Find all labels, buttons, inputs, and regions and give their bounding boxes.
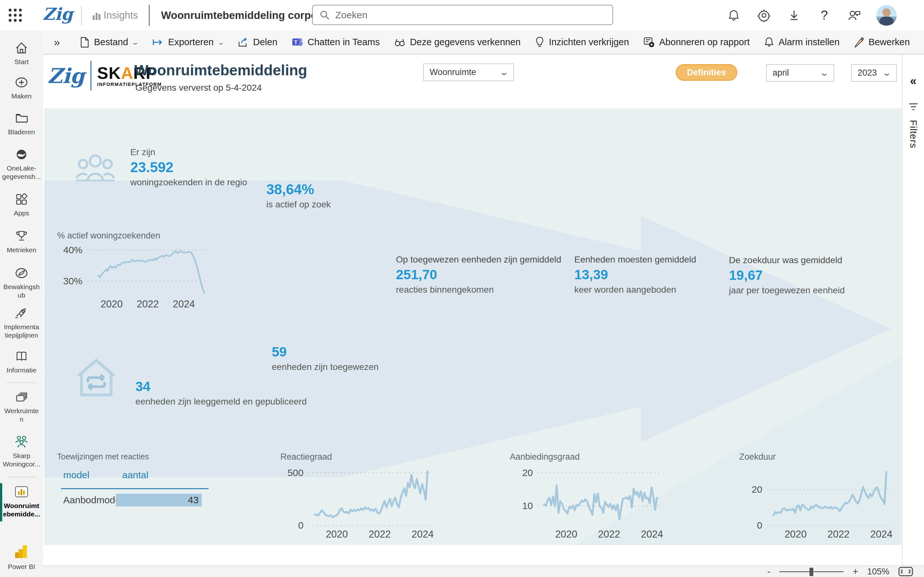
report-chart-icon <box>14 485 29 499</box>
panel-toewijzingen: Toewijzingen met reacties model aantal A… <box>57 452 211 506</box>
line-chart[interactable]: 200202020222024 <box>739 463 893 540</box>
sidebar-item-start[interactable]: Start <box>0 41 43 66</box>
svg-text:30%: 30% <box>63 276 82 286</box>
fit-to-page-icon[interactable] <box>898 567 913 576</box>
kpi-suffix: woningzoekenden in de regio <box>130 175 247 189</box>
sidebar-item-powerbi[interactable]: Power BI <box>0 543 43 571</box>
waffle-grid <box>9 9 22 22</box>
app-root: Zig Insights Woonruimtebemiddeling corpo… <box>0 0 924 577</box>
kpi-suffix: is actief op zoek <box>266 197 331 211</box>
feedback-icon[interactable] <box>846 7 863 24</box>
sidebar-item-maken[interactable]: Maken <box>0 75 43 100</box>
zoom-level: 105% <box>867 567 889 577</box>
tab-model[interactable]: model <box>63 470 89 480</box>
sidebar-label: Power BI <box>0 562 43 571</box>
zig-brand-logo[interactable]: Zig <box>31 4 81 26</box>
chevron-down-icon: ⌄ <box>132 39 139 46</box>
edit-button[interactable]: Bewerken <box>848 34 916 51</box>
sidebar-item-bewakingshub[interactable]: Bewakingsh ub <box>0 266 43 300</box>
file-menu-button[interactable]: Bestand ⌄ <box>74 34 144 51</box>
explore-data-button[interactable]: Deze gegevens verkennen <box>388 34 527 51</box>
user-avatar[interactable] <box>876 5 897 26</box>
sidebar-label: Implementa tiepijplijnen <box>0 323 43 340</box>
sidebar-item-skarp-woningcorporatie[interactable]: Skarp Woningcor... <box>0 435 43 468</box>
powerbi-logo <box>13 543 30 560</box>
chevron-down-icon: ⌄ <box>499 67 509 77</box>
expand-toolbar-icon[interactable]: » <box>49 36 65 48</box>
zig-logo: Zig <box>47 64 85 88</box>
apps-grid-icon <box>15 192 29 206</box>
chevron-down-icon: ⌄ <box>882 68 892 78</box>
zoom-slider-handle[interactable] <box>809 568 813 576</box>
bar-category-label: Aanbodmodel <box>63 495 116 506</box>
kpi-suffix: reacties binnengekomen <box>396 283 561 297</box>
sidebar-item-werkruimten[interactable]: Werkruimte n <box>0 390 43 424</box>
search-input[interactable] <box>335 10 606 21</box>
kpi-actief-percentage: 38,64% is actief op zoek <box>266 181 331 211</box>
sidebar-item-implementatiepijplijnen[interactable]: Implementa tiepijplijnen <box>0 306 43 340</box>
subscribe-icon <box>643 37 655 48</box>
line-chart[interactable]: 40%30%202020222024 <box>57 242 211 309</box>
kpi-suffix: eenheden zijn toegewezen <box>272 360 379 374</box>
kpi-value: 59 <box>272 344 379 360</box>
sidebar-label: Metrieken <box>0 246 43 254</box>
share-label: Delen <box>253 37 278 47</box>
kpi-value: 13,39 <box>574 267 696 283</box>
chart-actief-woningzoekenden: % actief woningzoekenden 40%30%202020222… <box>57 231 211 309</box>
sidebar-divider <box>6 382 37 383</box>
kpi-aangeboden: Eenheden moesten gemiddeld 13,39 keer wo… <box>574 253 696 297</box>
help-icon[interactable]: ? <box>816 7 833 24</box>
line-chart[interactable]: 5000202020222024 <box>280 463 435 540</box>
aanbod-bar[interactable]: 43 <box>116 494 202 506</box>
lightbulb-icon <box>535 37 544 48</box>
global-search[interactable] <box>312 5 613 25</box>
home-icon <box>15 41 29 55</box>
expand-filters-icon[interactable]: « <box>910 74 916 88</box>
report-refresh-note: Gegevens ververst op 5-4-2024 <box>136 83 262 93</box>
svg-text:2020: 2020 <box>326 529 348 540</box>
line-chart[interactable]: 2010202020222024 <box>510 463 664 540</box>
zoom-out-button[interactable]: - <box>767 568 771 575</box>
sidebar-item-apps[interactable]: Apps <box>0 192 43 218</box>
woonruimte-filter-dropdown[interactable]: Woonruimte ⌄ <box>423 63 514 81</box>
monitoring-hub-icon <box>15 266 29 280</box>
topbar-left: Zig Insights Woonruimtebemiddeling corpo… <box>0 0 353 31</box>
export-menu-button[interactable]: Exporteren ⌄ <box>146 34 229 51</box>
svg-text:2024: 2024 <box>871 529 893 540</box>
share-button[interactable]: Delen <box>232 34 283 51</box>
people-group-icon <box>75 153 115 181</box>
svg-text:20: 20 <box>752 484 762 495</box>
chart-title: Aanbiedingsgraad <box>510 452 664 462</box>
report-title: Woonruimtebemiddeling <box>134 61 307 79</box>
teams-chat-button[interactable]: T Chatten in Teams <box>286 34 386 51</box>
tab-aantal[interactable]: aantal <box>122 470 149 480</box>
app-launcher-icon[interactable] <box>0 0 31 31</box>
settings-gear-icon[interactable] <box>756 7 772 24</box>
sidebar-item-onelake[interactable]: OneLake- gegevensh... <box>0 147 43 181</box>
definities-button[interactable]: Definities <box>676 64 737 81</box>
zoom-in-button[interactable]: + <box>853 568 858 575</box>
sidebar-item-informatie[interactable]: Informatie <box>0 350 43 374</box>
onelake-icon <box>15 147 29 161</box>
notifications-bell-icon[interactable] <box>725 7 742 24</box>
subscribe-report-button[interactable]: Abonneren op rapport <box>638 34 756 51</box>
sidebar-item-bladeren[interactable]: Bladeren <box>0 111 43 136</box>
table-row[interactable]: Aanbodmodel 43 <box>57 494 211 506</box>
filter-icon[interactable] <box>908 102 919 111</box>
filters-pane-label[interactable]: Filters <box>908 120 919 148</box>
chart-zoekduur: Zoekduur 200202020222024 <box>739 452 893 540</box>
download-icon[interactable] <box>786 7 803 24</box>
year-filter-dropdown[interactable]: 2023 ⌄ <box>851 64 897 82</box>
svg-text:2022: 2022 <box>137 298 159 309</box>
explore-icon <box>394 37 405 47</box>
month-filter-dropdown[interactable]: april ⌄ <box>766 64 834 82</box>
svg-text:20: 20 <box>522 467 533 478</box>
sidebar-item-metrieken[interactable]: Metrieken <box>0 229 43 254</box>
more-options-button[interactable]: ... <box>918 34 924 51</box>
get-insights-button[interactable]: Inzichten verkrijgen <box>529 33 635 51</box>
sidebar-item-woonruimtebemiddeling[interactable]: Woonruimt ebemidde... <box>0 485 43 518</box>
svg-text:2020: 2020 <box>555 529 577 540</box>
insights-product[interactable]: Insights <box>82 10 149 21</box>
set-alert-button[interactable]: Alarm instellen <box>758 34 845 51</box>
zoom-slider[interactable] <box>779 571 843 572</box>
